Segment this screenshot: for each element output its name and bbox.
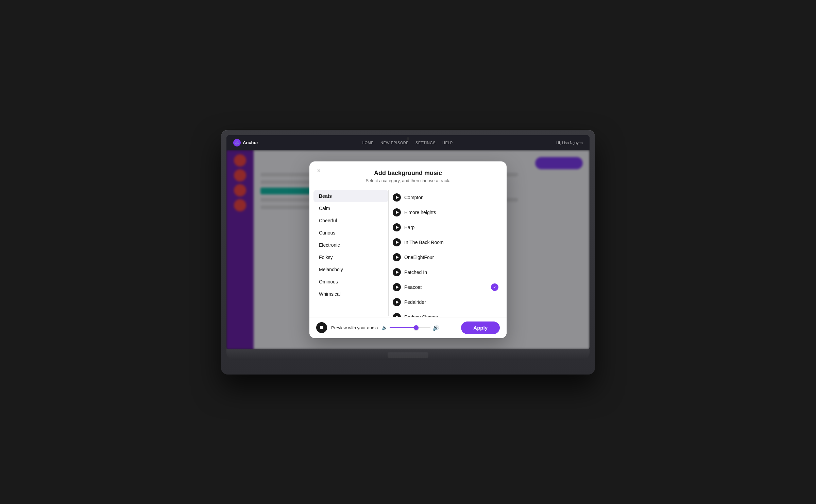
category-item-melancholy[interactable]: Melancholy — [313, 263, 388, 276]
volume-slider-fill — [390, 327, 416, 328]
category-list: BeatsCalmCheerfulCuriousElectronicFolksy… — [313, 189, 388, 317]
play-button-patched-in[interactable] — [393, 268, 401, 276]
user-name: Hi, Lisa Nguyen — [556, 141, 583, 145]
track-item-pedalrider[interactable]: Pedalrider — [389, 295, 503, 310]
play-icon-patched-in — [396, 271, 399, 274]
play-icon-harp — [396, 226, 399, 229]
play-button-elmore-heights[interactable] — [393, 208, 401, 216]
track-name-compton: Compton — [404, 195, 498, 200]
laptop-body: ⚓ Anchor HOME NEW EPISODE SETTINGS HELP … — [221, 130, 595, 375]
play-icon-pedalrider — [396, 300, 399, 304]
track-list: ComptonElmore heightsHarpIn The Back Roo… — [389, 189, 503, 317]
user-menu: Hi, Lisa Nguyen — [556, 141, 583, 145]
app-background: ⚓ Anchor HOME NEW EPISODE SETTINGS HELP … — [226, 135, 590, 349]
category-item-calm[interactable]: Calm — [313, 202, 388, 214]
volume-high-icon: 🔊 — [432, 325, 439, 331]
preview-stop-button[interactable] — [316, 322, 327, 333]
close-button[interactable]: × — [315, 167, 323, 175]
category-item-folksy[interactable]: Folksy — [313, 251, 388, 263]
volume-slider-track[interactable] — [390, 327, 430, 328]
preview-label: Preview with your audio — [331, 325, 378, 330]
play-button-in-the-back-room[interactable] — [393, 238, 401, 246]
nav-new-episode: NEW EPISODE — [380, 141, 409, 145]
category-item-ominous[interactable]: Ominous — [313, 276, 388, 288]
modal-header: × Add background music Select a category… — [309, 161, 507, 189]
modal-footer: Preview with your audio 🔈 🔊 Ap — [309, 317, 507, 338]
apply-button[interactable]: Apply — [461, 321, 500, 334]
track-name-pedalrider: Pedalrider — [404, 299, 498, 305]
nav-home: HOME — [362, 141, 374, 145]
logo-icon: ⚓ — [233, 139, 241, 146]
modal-subtitle: Select a category, and then choose a tra… — [318, 178, 498, 183]
modal-overlay: × Add background music Select a category… — [226, 150, 590, 349]
play-icon-compton — [396, 196, 399, 199]
track-item-rodney-skones[interactable]: Rodney Skones — [389, 310, 503, 317]
track-name-elmore-heights: Elmore heights — [404, 210, 498, 215]
play-button-peacoat[interactable] — [393, 283, 401, 291]
app-main: × Add background music Select a category… — [226, 150, 590, 349]
track-item-in-the-back-room[interactable]: In The Back Room — [389, 235, 503, 250]
screen-bezel: ⚓ Anchor HOME NEW EPISODE SETTINGS HELP … — [226, 135, 590, 349]
track-name-harp: Harp — [404, 225, 498, 230]
modal-title: Add background music — [318, 170, 498, 177]
play-button-harp[interactable] — [393, 223, 401, 231]
play-icon-elmore-heights — [396, 211, 399, 214]
volume-slider-thumb — [414, 325, 419, 330]
laptop-bottom — [226, 349, 590, 360]
trackpad — [388, 352, 428, 358]
track-item-patched-in[interactable]: Patched In — [389, 265, 503, 280]
stop-icon — [320, 326, 323, 329]
volume-low-icon: 🔈 — [382, 325, 388, 330]
track-name-in-the-back-room: In The Back Room — [404, 240, 498, 245]
play-button-compton[interactable] — [393, 193, 401, 202]
nav-settings: SETTINGS — [415, 141, 436, 145]
category-item-electronic[interactable]: Electronic — [313, 239, 388, 251]
track-item-oneeightfour[interactable]: OneEightFour — [389, 250, 503, 265]
app-nav: HOME NEW EPISODE SETTINGS HELP — [362, 141, 453, 145]
category-item-whimsical[interactable]: Whimsical — [313, 288, 388, 300]
track-item-elmore-heights[interactable]: Elmore heights — [389, 205, 503, 220]
category-item-beats[interactable]: Beats — [313, 190, 388, 202]
add-music-modal: × Add background music Select a category… — [309, 161, 507, 338]
play-icon-rodney-skones — [396, 315, 399, 317]
camera — [407, 137, 409, 140]
laptop: ⚓ Anchor HOME NEW EPISODE SETTINGS HELP … — [221, 130, 595, 375]
play-button-pedalrider[interactable] — [393, 298, 401, 306]
track-name-patched-in: Patched In — [404, 270, 498, 275]
track-list-container: ComptonElmore heightsHarpIn The Back Roo… — [389, 189, 503, 317]
track-name-oneeightfour: OneEightFour — [404, 255, 498, 260]
play-button-oneeightfour[interactable] — [393, 253, 401, 261]
play-icon-peacoat — [396, 285, 399, 289]
selected-icon-peacoat: ✓ — [491, 283, 498, 291]
track-name-peacoat: Peacoat — [404, 284, 491, 290]
play-button-rodney-skones[interactable] — [393, 313, 401, 317]
category-item-cheerful[interactable]: Cheerful — [313, 214, 388, 227]
nav-help: HELP — [442, 141, 453, 145]
modal-body: BeatsCalmCheerfulCuriousElectronicFolksy… — [309, 189, 507, 317]
volume-control: 🔈 🔊 — [382, 325, 457, 331]
play-icon-oneeightfour — [396, 256, 399, 259]
track-name-rodney-skones: Rodney Skones — [404, 314, 498, 317]
play-icon-in-the-back-room — [396, 241, 399, 244]
track-item-harp[interactable]: Harp — [389, 220, 503, 235]
category-item-curious[interactable]: Curious — [313, 227, 388, 239]
track-item-peacoat[interactable]: Peacoat✓ — [389, 280, 503, 295]
track-item-compton[interactable]: Compton — [389, 190, 503, 205]
app-logo: ⚓ Anchor — [233, 139, 258, 146]
logo-text: Anchor — [243, 140, 258, 145]
